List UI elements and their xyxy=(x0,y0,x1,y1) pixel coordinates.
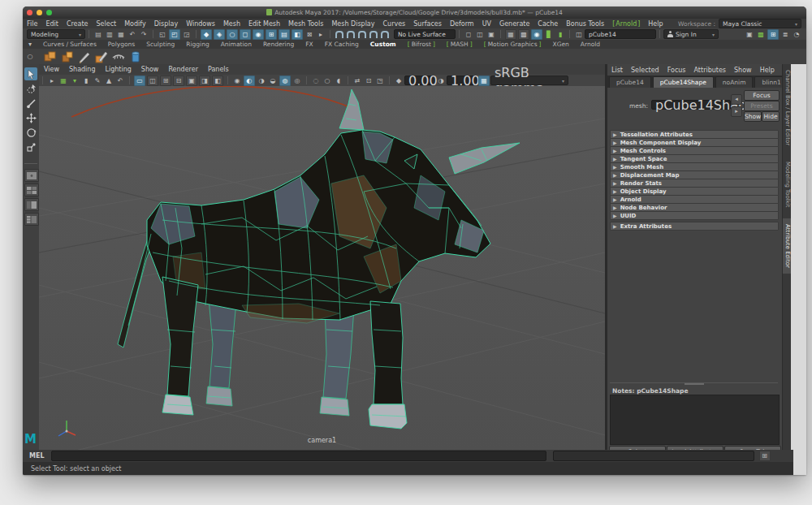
shelf-tab-rigging[interactable]: Rigging xyxy=(180,41,214,49)
shelf-tab-animation[interactable]: Animation xyxy=(215,41,257,49)
pencil-tool-icon[interactable] xyxy=(77,50,92,64)
combine-tool-icon[interactable] xyxy=(43,50,58,64)
lasso-tool-icon[interactable] xyxy=(24,82,37,95)
hide-button[interactable]: Hide xyxy=(762,111,780,122)
attribute-editor-toggle-icon[interactable]: ▩ xyxy=(756,30,766,39)
frame-selection-icon[interactable]: ⊡ xyxy=(364,76,374,85)
mask-rendering-icon[interactable]: ⊞ xyxy=(266,29,277,40)
depth-peeling-icon[interactable]: ◐ xyxy=(244,76,255,86)
ae-tab-pcube14[interactable]: pCube14 xyxy=(609,76,651,88)
menu-help[interactable]: Help xyxy=(644,20,667,28)
cylinder-primitive-icon[interactable] xyxy=(128,50,143,64)
undo-icon[interactable]: ↶ xyxy=(127,30,137,39)
arrow-right-box-icon[interactable]: ▸ xyxy=(731,106,742,117)
mask-deformations-icon[interactable]: ◻ xyxy=(240,29,251,40)
pause-viewport-icon[interactable]: ▮ xyxy=(555,30,565,39)
shelf-gear-icon[interactable]: ○ xyxy=(24,52,37,61)
snap-grid-magnet-icon[interactable] xyxy=(335,31,343,38)
view-transform-dropdown[interactable]: sRGB gamma▾ xyxy=(490,76,568,85)
ae-menu-show[interactable]: Show xyxy=(730,67,756,74)
panel-menu-panels[interactable]: Panels xyxy=(203,66,234,73)
output-connections-icon[interactable]: ◫ xyxy=(475,30,485,39)
select-camera-icon[interactable]: ▸ xyxy=(47,76,57,85)
menu-deform[interactable]: Deform xyxy=(446,20,478,28)
shadows-icon[interactable]: ▣ xyxy=(186,76,197,86)
menu-edit[interactable]: Edit xyxy=(41,20,63,28)
ae-menu-list[interactable]: List xyxy=(607,67,627,74)
frame-all-icon[interactable]: ◳ xyxy=(375,76,385,85)
snap-projected-magnet-icon[interactable] xyxy=(369,31,378,38)
show-button[interactable]: Show xyxy=(744,111,762,122)
ae-tab-noanim[interactable]: noAnim xyxy=(715,76,754,88)
mask-dynamics-icon[interactable]: ◉ xyxy=(253,29,264,40)
layout-single-pane-button[interactable] xyxy=(24,169,39,182)
command-line-mode-label[interactable]: MEL xyxy=(29,452,45,460)
snap-view-magnet-icon[interactable] xyxy=(381,31,389,38)
menu-mesh-display[interactable]: Mesh Display xyxy=(327,20,378,28)
duplicate-tool-icon[interactable] xyxy=(60,50,75,64)
mask-surfaces-icon[interactable]: ○ xyxy=(227,29,238,40)
absolute-transform-field[interactable]: pCube14 xyxy=(585,29,656,39)
menu-file[interactable]: File xyxy=(23,20,41,28)
wireframe-mode-icon[interactable]: ▭ xyxy=(134,76,145,86)
isolate-select-icon[interactable]: ◍ xyxy=(279,76,291,86)
gate-mask-icon[interactable]: ◖ xyxy=(334,76,343,85)
ae-menu-selected[interactable]: Selected xyxy=(627,67,663,74)
scrollbar-gutter[interactable] xyxy=(791,64,806,475)
ae-menu-focus[interactable]: Focus xyxy=(663,67,690,74)
mask-handles-icon[interactable]: ◧ xyxy=(292,29,303,40)
lock-camera-icon[interactable]: ▦ xyxy=(58,76,68,85)
fog-icon[interactable]: ◎ xyxy=(292,76,302,85)
bull-model[interactable] xyxy=(118,89,520,429)
render-settings-icon[interactable]: ◉ xyxy=(531,29,542,40)
workspace-dropdown[interactable]: Maya Classic▾ xyxy=(719,19,801,28)
exposure-field[interactable]: 0.00 xyxy=(404,76,435,85)
command-input[interactable] xyxy=(51,451,546,461)
all-lights-icon[interactable]: ⊟ xyxy=(173,76,184,86)
shelf-menu-icon[interactable]: ▾ xyxy=(24,40,37,49)
layout-four-pane-button[interactable] xyxy=(24,183,39,196)
menu-mesh[interactable]: Mesh xyxy=(219,20,244,28)
shelf-tab-custom[interactable]: Custom xyxy=(365,41,402,49)
menu-uv[interactable]: UV xyxy=(478,20,495,28)
tool-settings-toggle-icon[interactable]: ⊞ xyxy=(767,29,779,40)
panel-menu-renderer[interactable]: Renderer xyxy=(163,66,203,73)
multisample-icon[interactable]: ◉ xyxy=(232,76,242,85)
select-component-icon[interactable]: ◲ xyxy=(182,30,192,39)
menu-cache[interactable]: Cache xyxy=(533,20,562,28)
shelf-tab-bifrost[interactable]: Bifrost xyxy=(402,41,441,49)
bookmark-icon[interactable]: ▮ xyxy=(81,76,91,85)
clock-icon[interactable]: ◔ xyxy=(792,30,801,39)
gamma-field[interactable]: 1.00 xyxy=(447,76,477,85)
shelf-tab-rendering[interactable]: Rendering xyxy=(257,41,300,49)
swap-view-icon[interactable]: ⇄ xyxy=(352,76,362,85)
screen-space-ao-icon[interactable]: ◨ xyxy=(199,76,210,86)
select-tool-icon[interactable] xyxy=(24,67,37,80)
focus-button[interactable]: Focus xyxy=(744,90,780,101)
ae-menu-attributes[interactable]: Attributes xyxy=(690,67,731,74)
shelf-tab-motion-graphics[interactable]: Motion Graphics xyxy=(478,41,547,49)
menu-select[interactable]: Select xyxy=(92,20,120,28)
mask-misc-icon[interactable]: ▤ xyxy=(279,29,290,40)
mask-points-icon[interactable]: ◆ xyxy=(201,29,212,40)
presets-button[interactable]: Presets xyxy=(744,101,780,111)
panel-menu-lighting[interactable]: Lighting xyxy=(100,66,136,73)
color-management-icon[interactable]: ▦ xyxy=(478,76,490,86)
menu-bonus-tools[interactable]: Bonus Tools xyxy=(562,20,608,28)
paint-select-tool-icon[interactable] xyxy=(24,97,37,110)
move-tool-icon[interactable] xyxy=(24,111,37,124)
xray-icon[interactable]: ◑ xyxy=(257,76,266,85)
shelf-tab-mash[interactable]: MASH xyxy=(441,41,478,49)
script-editor-icon[interactable]: ⊞ xyxy=(759,451,771,461)
open-scene-icon[interactable]: ▥ xyxy=(105,30,114,39)
select-object-icon[interactable]: ◰ xyxy=(169,29,180,40)
gamma-icon[interactable]: ◑ xyxy=(436,76,446,85)
shelf-tab-fx[interactable]: FX xyxy=(300,41,318,49)
xray-joints-icon[interactable]: ◒ xyxy=(268,76,278,85)
menu-mesh-tools[interactable]: Mesh Tools xyxy=(284,20,327,28)
scale-tool-icon[interactable] xyxy=(24,140,37,153)
ae-menu-help[interactable]: Help xyxy=(756,67,779,74)
menu-windows[interactable]: Windows xyxy=(182,20,219,28)
notes-textarea[interactable] xyxy=(610,395,780,445)
quad-draw-tool-icon[interactable] xyxy=(94,50,109,64)
